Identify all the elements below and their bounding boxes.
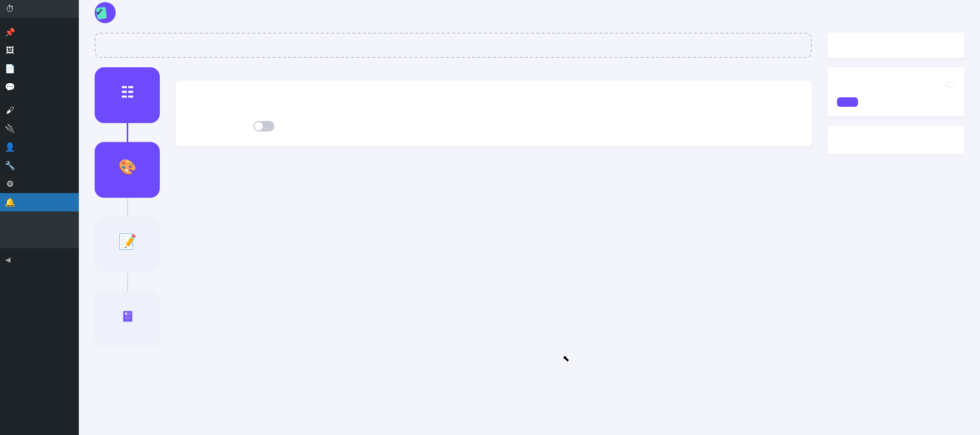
publish-box — [828, 67, 964, 116]
pin-icon: 📌 — [5, 27, 15, 37]
menu-tools[interactable]: 🔧 — [0, 156, 79, 175]
document-icon: 📝 — [118, 233, 137, 250]
submenu-all[interactable] — [0, 211, 79, 219]
top-header — [95, 0, 964, 23]
page-icon: 📄 — [5, 64, 15, 74]
menu-notificationx[interactable]: 🔔 — [0, 193, 79, 211]
advanced-design-toggle[interactable] — [253, 121, 274, 131]
comment-icon: 💬 — [5, 82, 15, 92]
menu-media[interactable]: 🖼 — [0, 42, 79, 59]
step-source[interactable]: ☷ — [95, 67, 160, 123]
notificationx-submenu — [0, 211, 79, 248]
menu-pages[interactable]: 📄 — [0, 59, 79, 78]
hello-box — [828, 33, 964, 58]
right-sidebar — [828, 33, 964, 347]
menu-comments[interactable]: 💬 — [0, 78, 79, 96]
menu-users[interactable]: 👤 — [0, 138, 79, 156]
publish-button[interactable] — [837, 97, 858, 107]
sliders-icon: ⚙ — [5, 179, 15, 189]
menu-plugins[interactable]: 🔌 — [0, 119, 79, 138]
brand — [95, 2, 121, 23]
collapse-icon: ◀ — [5, 256, 11, 264]
wrench-icon: 🔧 — [5, 160, 15, 170]
collapse-menu[interactable]: ◀ — [0, 250, 79, 269]
submenu-quickbuilder[interactable] — [0, 241, 79, 248]
layers-icon: ☷ — [121, 84, 134, 101]
user-icon: 👤 — [5, 142, 15, 152]
instructions-box — [828, 126, 964, 154]
submenu-analytics[interactable] — [0, 234, 79, 241]
themes-card — [176, 81, 812, 146]
mouse-cursor-icon: ⬉ — [563, 353, 569, 363]
bell-icon: 🔔 — [5, 197, 15, 207]
steps-column: ☷ 🎨 📝 🖥 — [95, 67, 160, 347]
palette-icon: 🎨 — [118, 158, 137, 176]
wp-admin-sidebar: ⏱ 📌 🖼 📄 💬 🖌 🔌 👤 🔧 ⚙ 🔔 ◀ — [0, 0, 79, 435]
step-design[interactable]: 🎨 — [95, 142, 160, 198]
brand-logo-icon — [95, 2, 116, 23]
submenu-settings[interactable] — [0, 226, 79, 234]
submenu-addnew[interactable] — [0, 219, 79, 226]
menu-posts[interactable]: 📌 — [0, 23, 79, 42]
brush-icon: 🖌 — [5, 106, 15, 115]
menu-settings[interactable]: ⚙ — [0, 175, 79, 193]
menu-dashboard[interactable]: ⏱ — [0, 0, 79, 18]
step-content[interactable]: 📝 — [95, 217, 160, 272]
monitor-icon: 🖥 — [120, 308, 135, 325]
media-icon: 🖼 — [5, 46, 15, 55]
step-display[interactable]: 🖥 — [95, 291, 160, 347]
main-content: ☷ 🎨 📝 🖥 — [79, 0, 980, 435]
published-date[interactable] — [945, 82, 955, 87]
plug-icon: 🔌 — [5, 124, 15, 134]
notification-title-field[interactable] — [95, 33, 812, 58]
menu-appearance[interactable]: 🖌 — [0, 102, 79, 119]
dashboard-icon: ⏱ — [5, 4, 15, 14]
design-panel — [176, 67, 812, 146]
